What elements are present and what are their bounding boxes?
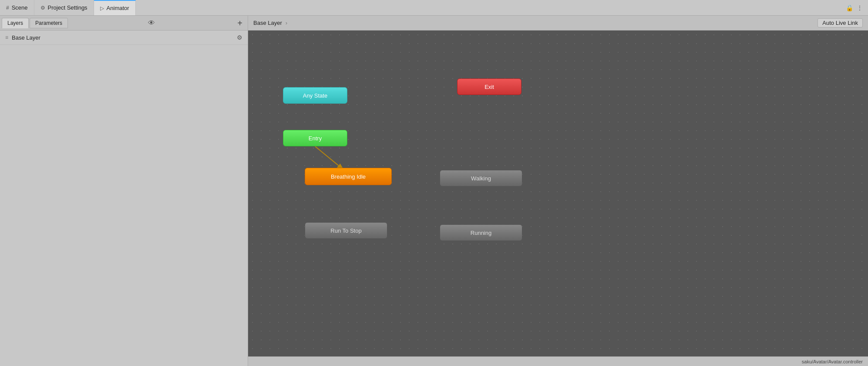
animator-header: Base Layer › Auto Live Link: [248, 16, 868, 30]
tab-parameters[interactable]: Parameters: [30, 18, 68, 28]
breadcrumb: Base Layer: [253, 20, 282, 26]
entry-to-breathing-transition: [315, 146, 344, 170]
layer-gear-icon[interactable]: ⚙: [237, 34, 242, 41]
panel-body: [0, 45, 248, 366]
controller-path: saku/Avatar/Avatar.controller: [802, 359, 863, 364]
auto-live-link-button[interactable]: Auto Live Link: [818, 18, 863, 27]
drag-handle-icon: ≡: [5, 34, 8, 41]
entry-node[interactable]: Entry: [283, 130, 347, 146]
add-layer-button[interactable]: +: [234, 19, 246, 27]
exit-node[interactable]: Exit: [457, 78, 521, 95]
scene-icon: #: [6, 5, 9, 11]
breadcrumb-arrow: ›: [286, 20, 287, 26]
breathing-idle-node[interactable]: Breathing Idle: [305, 168, 392, 185]
running-node[interactable]: Running: [440, 224, 522, 241]
status-bar: saku/Avatar/Avatar.controller: [248, 356, 868, 366]
animator-icon: ▷: [100, 5, 104, 11]
tab-scene[interactable]: # Scene: [0, 0, 34, 15]
layer-name: Base Layer: [12, 34, 233, 41]
animator-area: Base Layer › Auto Live Link Any St: [248, 16, 868, 366]
title-bar: # Scene ⚙ Project Settings ▷ Animator 🔒 …: [0, 0, 868, 16]
tab-project-settings[interactable]: ⚙ Project Settings: [34, 0, 94, 15]
tab-animator[interactable]: ▷ Animator: [94, 0, 136, 15]
tab-layers[interactable]: Layers: [2, 18, 29, 28]
walking-node[interactable]: Walking: [440, 170, 522, 186]
menu-icon[interactable]: ⋮: [857, 4, 863, 11]
layer-row[interactable]: ≡ Base Layer ⚙: [0, 30, 248, 45]
title-bar-right: 🔒 ⋮: [846, 4, 868, 11]
eye-icon[interactable]: 👁: [145, 19, 158, 27]
panel-tabs: Layers Parameters 👁 +: [0, 16, 248, 30]
main-layout: Layers Parameters 👁 + ≡ Base Layer ⚙ Bas…: [0, 16, 868, 366]
left-panel: Layers Parameters 👁 + ≡ Base Layer ⚙: [0, 16, 248, 366]
animator-canvas[interactable]: Any State Entry Exit Breathing Idle Walk…: [248, 30, 868, 356]
project-settings-icon: ⚙: [40, 5, 45, 11]
any-state-node[interactable]: Any State: [283, 87, 347, 104]
transitions-svg: [248, 30, 868, 356]
run-to-stop-node[interactable]: Run To Stop: [305, 222, 387, 239]
lock-icon[interactable]: 🔒: [846, 4, 853, 11]
